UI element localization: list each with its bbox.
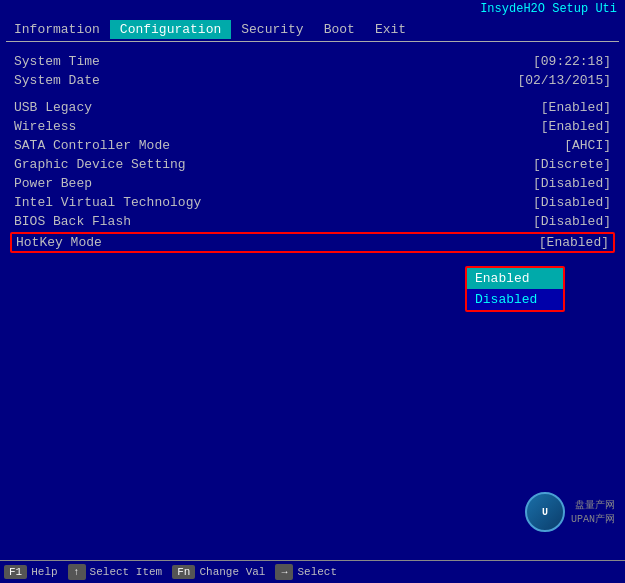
row-graphic-device[interactable]: Graphic Device Setting [Discrete] <box>14 155 611 174</box>
row-system-date: System Date [02/13/2015] <box>14 71 611 90</box>
settings-table: System Time [09:22:18] System Date [02/1… <box>14 52 611 253</box>
watermark: U 盘量产网 UPAN产网 <box>525 492 615 532</box>
value-usb-legacy: [Enabled] <box>541 100 611 115</box>
help-item: F1 Help <box>4 565 58 579</box>
row-bios-flash[interactable]: BIOS Back Flash [Disabled] <box>14 212 611 231</box>
label-sata-controller: SATA Controller Mode <box>14 138 170 153</box>
help-label: Help <box>31 566 57 578</box>
value-bios-flash: [Disabled] <box>533 214 611 229</box>
f1-key[interactable]: F1 <box>4 565 27 579</box>
label-intel-vt: Intel Virtual Technology <box>14 195 201 210</box>
watermark-line2: UPAN产网 <box>571 512 615 526</box>
label-bios-flash: BIOS Back Flash <box>14 214 131 229</box>
bottom-bar: F1 Help ↑ Select Item Fn Change Val → Se… <box>0 560 625 583</box>
main-content: System Time [09:22:18] System Date [02/1… <box>0 46 625 560</box>
row-usb-legacy[interactable]: USB Legacy [Enabled] <box>14 98 611 117</box>
select2-label: Select <box>297 566 337 578</box>
value-graphic-device: [Discrete] <box>533 157 611 172</box>
label-hotkey-mode: HotKey Mode <box>16 235 102 250</box>
watermark-line1: 盘量产网 <box>571 498 615 512</box>
value-intel-vt: [Disabled] <box>533 195 611 210</box>
app-title: InsydeH2O Setup Uti <box>480 2 617 16</box>
menu-security[interactable]: Security <box>231 20 313 39</box>
change-label: Change Val <box>199 566 265 578</box>
label-wireless: Wireless <box>14 119 76 134</box>
watermark-logo: U <box>525 492 565 532</box>
row-wireless[interactable]: Wireless [Enabled] <box>14 117 611 136</box>
menu-exit[interactable]: Exit <box>365 20 416 39</box>
value-wireless: [Enabled] <box>541 119 611 134</box>
label-system-date: System Date <box>14 73 100 88</box>
bios-screen: InsydeH2O Setup Uti Information Configur… <box>0 0 625 583</box>
menu-divider <box>6 41 619 42</box>
menu-configuration[interactable]: Configuration <box>110 20 231 39</box>
dropdown-enabled[interactable]: Enabled <box>467 268 563 289</box>
menu-bar: Information Configuration Security Boot … <box>0 18 625 41</box>
value-power-beep: [Disabled] <box>533 176 611 191</box>
label-usb-legacy: USB Legacy <box>14 100 92 115</box>
dropdown-disabled[interactable]: Disabled <box>467 289 563 310</box>
menu-information[interactable]: Information <box>4 20 110 39</box>
select2-item: → Select <box>275 564 337 580</box>
label-system-time: System Time <box>14 54 100 69</box>
label-graphic-device: Graphic Device Setting <box>14 157 186 172</box>
fn-key[interactable]: Fn <box>172 565 195 579</box>
row-system-time: System Time [09:22:18] <box>14 52 611 71</box>
change-item: Fn Change Val <box>172 565 265 579</box>
value-system-date: [02/13/2015] <box>517 73 611 88</box>
row-power-beep[interactable]: Power Beep [Disabled] <box>14 174 611 193</box>
row-hotkey-mode[interactable]: HotKey Mode [Enabled] <box>10 232 615 253</box>
watermark-text: 盘量产网 UPAN产网 <box>571 498 615 526</box>
select-item: ↑ Select Item <box>68 564 163 580</box>
row-sata-controller[interactable]: SATA Controller Mode [AHCI] <box>14 136 611 155</box>
value-hotkey-mode: [Enabled] <box>539 235 609 250</box>
right-arrow-icon: → <box>275 564 293 580</box>
select-label: Select Item <box>90 566 163 578</box>
up-arrow-icon: ↑ <box>68 564 86 580</box>
value-sata-controller: [AHCI] <box>564 138 611 153</box>
row-spacer <box>14 90 611 98</box>
dropdown-popup: Enabled Disabled <box>465 266 565 312</box>
value-system-time: [09:22:18] <box>533 54 611 69</box>
top-bar: InsydeH2O Setup Uti <box>0 0 625 18</box>
row-intel-vt[interactable]: Intel Virtual Technology [Disabled] <box>14 193 611 212</box>
menu-boot[interactable]: Boot <box>314 20 365 39</box>
label-power-beep: Power Beep <box>14 176 92 191</box>
